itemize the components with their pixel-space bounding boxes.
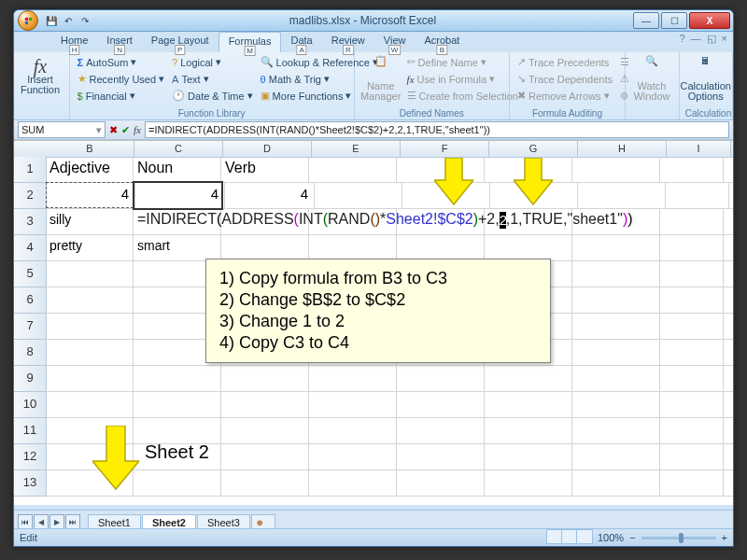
row-header-7[interactable]: 7: [14, 314, 46, 340]
tab-nav-next-icon[interactable]: ▶: [49, 514, 64, 529]
watch-window-button[interactable]: 🔍Watch Window: [631, 54, 672, 103]
row-header-10[interactable]: 10: [14, 392, 46, 418]
cell-E2[interactable]: [315, 183, 402, 208]
cell-E13[interactable]: [309, 470, 397, 496]
close-button[interactable]: X: [689, 12, 730, 29]
cell-G13[interactable]: [485, 470, 572, 496]
qat-save-icon[interactable]: 💾: [44, 13, 59, 28]
cell-F9[interactable]: [397, 366, 485, 391]
cell-I4[interactable]: [660, 235, 724, 260]
cell-B1[interactable]: Adjective: [46, 157, 134, 182]
autosum-button[interactable]: ΣAutoSum ▾: [76, 54, 167, 70]
cell-F11[interactable]: [397, 418, 485, 443]
cell-H4[interactable]: [572, 235, 660, 260]
cell-H8[interactable]: [572, 340, 660, 365]
ribbon-tab-insert[interactable]: InsertN: [97, 32, 142, 52]
workbook-close-button[interactable]: ×: [722, 33, 727, 45]
cell-F4[interactable]: [397, 235, 485, 260]
cell-H1[interactable]: [572, 157, 660, 182]
cell-E10[interactable]: [309, 392, 397, 417]
cell-B10[interactable]: [46, 392, 134, 417]
tab-nav-prev-icon[interactable]: ◀: [34, 514, 49, 529]
financial-button[interactable]: $Financial ▾: [76, 88, 167, 104]
cell-G9[interactable]: [485, 366, 572, 391]
row-header-13[interactable]: 13: [14, 470, 46, 497]
cell-B4[interactable]: pretty: [46, 235, 134, 260]
cell-D2[interactable]: 4: [225, 183, 315, 208]
cell-I6[interactable]: [660, 287, 724, 313]
cell-I10[interactable]: [660, 392, 724, 417]
text-button[interactable]: AText ▾: [170, 71, 255, 87]
row-header-9[interactable]: 9: [14, 366, 46, 392]
cell-B6[interactable]: [46, 287, 134, 313]
cell-I2[interactable]: [666, 183, 729, 208]
cell-B5[interactable]: [46, 261, 134, 287]
in-cell-formula-edit[interactable]: =INDIRECT(ADDRESS(INT(RAND()*Sheet2!$C$2…: [137, 211, 633, 229]
cell-G11[interactable]: [485, 418, 572, 443]
qat-undo-icon[interactable]: ↶: [61, 13, 76, 28]
cell-H10[interactable]: [572, 392, 660, 417]
col-header-D[interactable]: D: [223, 141, 312, 157]
cell-I3[interactable]: [660, 209, 724, 234]
define-name-button[interactable]: ✏ Define Name ▾: [405, 54, 520, 70]
row-header-5[interactable]: 5: [14, 261, 46, 287]
row-header-3[interactable]: 3: [14, 209, 46, 235]
cancel-formula-icon[interactable]: ✖: [109, 124, 118, 136]
tab-nav-first-icon[interactable]: ⏮: [18, 514, 33, 529]
ribbon-tab-page-layout[interactable]: Page LayoutP: [142, 32, 218, 52]
ribbon-tab-formulas[interactable]: FormulasM: [218, 32, 282, 52]
cell-E12[interactable]: [309, 444, 397, 469]
date-time-button[interactable]: 🕐Date & Time ▾: [170, 88, 255, 104]
create-from-selection-button[interactable]: ☰ Create from Selection: [405, 88, 520, 104]
cell-C1[interactable]: Noun: [134, 157, 221, 182]
cell-I7[interactable]: [660, 314, 724, 339]
cell-C10[interactable]: [134, 392, 221, 417]
trace-dependents-button[interactable]: ↘ Trace Dependents: [515, 71, 614, 87]
ribbon-tab-home[interactable]: HomeH: [51, 32, 97, 52]
cell-C9[interactable]: [134, 366, 221, 391]
maximize-button[interactable]: ☐: [661, 12, 687, 29]
row-header-8[interactable]: 8: [14, 340, 46, 366]
remove-arrows-button[interactable]: ✖ Remove Arrows ▾: [515, 88, 614, 104]
cell-D4[interactable]: [221, 235, 309, 260]
formula-bar[interactable]: =INDIRECT(ADDRESS(INT(RAND()*Sheet2!$C$2…: [145, 121, 729, 138]
name-box[interactable]: SUM▾: [18, 121, 106, 138]
col-header-B[interactable]: B: [46, 141, 134, 157]
cell-G10[interactable]: [485, 392, 572, 417]
cell-F13[interactable]: [397, 470, 485, 496]
row-header-6[interactable]: 6: [14, 287, 46, 314]
col-header-G[interactable]: G: [489, 141, 578, 157]
trace-precedents-button[interactable]: ↗ Trace Precedents: [515, 54, 614, 70]
cell-I9[interactable]: [660, 366, 724, 391]
zoom-in-button[interactable]: +: [722, 532, 727, 543]
column-headers[interactable]: BCDEFGHI: [46, 141, 733, 158]
zoom-out-button[interactable]: −: [629, 532, 635, 543]
cell-B8[interactable]: [46, 340, 134, 365]
ribbon-tab-data[interactable]: DataA: [281, 32, 321, 52]
cell-E9[interactable]: [309, 366, 397, 391]
row-header-2[interactable]: 2: [14, 183, 46, 209]
cell-B9[interactable]: [46, 366, 134, 391]
col-header-E[interactable]: E: [312, 141, 401, 157]
workbook-restore-button[interactable]: ◱: [707, 33, 716, 45]
cell-B3[interactable]: silly: [46, 209, 134, 234]
minimize-button[interactable]: —: [633, 12, 659, 29]
cell-G4[interactable]: [485, 235, 572, 260]
ribbon-tab-view[interactable]: ViewW: [374, 32, 416, 52]
enter-formula-icon[interactable]: ✔: [121, 124, 130, 136]
cell-F10[interactable]: [397, 392, 485, 417]
cell-I12[interactable]: [660, 444, 724, 469]
cell-I8[interactable]: [660, 340, 724, 365]
insert-function-button[interactable]: fxInsert Function: [20, 54, 61, 103]
cell-H6[interactable]: [572, 287, 660, 313]
help-icon[interactable]: ?: [679, 33, 684, 45]
cell-H13[interactable]: [572, 470, 660, 496]
cell-H2[interactable]: [578, 183, 666, 208]
cell-C13[interactable]: [134, 470, 221, 496]
ribbon-tab-acrobat[interactable]: AcrobatB: [415, 32, 469, 52]
cell-C11[interactable]: [134, 418, 221, 443]
cell-H7[interactable]: [572, 314, 660, 339]
cell-D11[interactable]: [221, 418, 309, 443]
cell-I11[interactable]: [660, 418, 724, 443]
cell-D13[interactable]: [221, 470, 309, 496]
